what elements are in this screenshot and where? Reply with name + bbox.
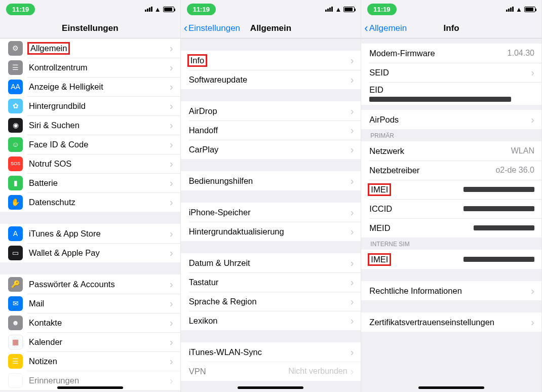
settings-list[interactable]: ⚙ Allgemein › ☰ Kontrollzentrum › AA Anz… xyxy=(0,38,180,392)
wallet-icon: ▭ xyxy=(8,246,23,260)
redacted-value xyxy=(463,257,534,262)
row-imei[interactable]: IMEI xyxy=(361,180,541,199)
redacted-value xyxy=(369,97,511,102)
chevron-right-icon: › xyxy=(170,337,173,347)
chevron-right-icon: › xyxy=(170,62,173,72)
chevron-right-icon: › xyxy=(170,159,173,169)
general-list[interactable]: Info › Softwareupdate › AirDrop › Handof… xyxy=(181,38,361,392)
text-size-icon: AA xyxy=(8,80,23,94)
chevron-right-icon: › xyxy=(170,43,173,53)
row-sos[interactable]: SOS Notruf SOS › xyxy=(0,154,180,173)
row-itunes-appstore[interactable]: A iTunes & App Store › xyxy=(0,224,180,243)
row-certificate-trust[interactable]: Zertifikatsvertrauenseinstellungen › xyxy=(361,312,541,332)
chevron-right-icon: › xyxy=(170,279,173,289)
page-title: Einstellungen xyxy=(62,23,118,33)
highlight-box: Allgemein xyxy=(27,42,70,55)
row-software-update[interactable]: Softwareupdate › xyxy=(181,70,361,89)
phone-screen-settings: 11:19 ▲ Einstellungen ⚙ Allgemein › ☰ Ko… xyxy=(0,0,181,392)
chevron-right-icon: › xyxy=(351,176,354,186)
navbar: Einstellungen xyxy=(0,18,180,38)
sos-icon: SOS xyxy=(8,156,23,171)
row-passwords[interactable]: 🔑 Passwörter & Accounts › xyxy=(0,275,180,294)
row-carrier[interactable]: Netzbetreiber o2-de 36.0 xyxy=(361,161,541,180)
battery-icon: ▮ xyxy=(8,176,23,190)
row-calendar[interactable]: ▦ Kalender › xyxy=(0,332,180,351)
highlight-box: Info xyxy=(187,54,208,67)
row-display[interactable]: AA Anzeige & Helligkeit › xyxy=(0,77,180,96)
row-faceid[interactable]: ☺ Face ID & Code › xyxy=(0,135,180,154)
chevron-right-icon: › xyxy=(170,82,173,92)
row-iphone-storage[interactable]: iPhone-Speicher › xyxy=(181,203,361,222)
status-time-pill[interactable]: 11:19 xyxy=(367,4,396,15)
row-imei-internal[interactable]: IMEI xyxy=(361,250,541,269)
contacts-icon: ☻ xyxy=(8,316,23,330)
row-privacy[interactable]: ✋ Datenschutz › xyxy=(0,192,180,212)
row-wallet[interactable]: ▭ Wallet & Apple Pay › xyxy=(0,243,180,262)
chevron-right-icon: › xyxy=(531,114,534,125)
chevron-right-icon: › xyxy=(351,207,354,217)
status-time-pill[interactable]: 11:19 xyxy=(187,4,216,15)
row-network[interactable]: Netzwerk WLAN xyxy=(361,141,541,161)
chevron-right-icon: › xyxy=(351,366,354,376)
home-indicator[interactable] xyxy=(57,386,123,389)
chevron-right-icon: › xyxy=(531,286,534,296)
status-bar: 11:19 ▲ xyxy=(181,0,361,18)
wifi-icon: ▲ xyxy=(335,6,341,13)
row-airdrop[interactable]: AirDrop › xyxy=(181,101,361,121)
row-handoff[interactable]: Handoff › xyxy=(181,121,361,140)
row-seid[interactable]: SEID › xyxy=(361,63,541,82)
navbar: ‹Einstellungen Allgemein xyxy=(181,18,361,38)
page-title: Allgemein xyxy=(250,23,291,33)
row-control-center[interactable]: ☰ Kontrollzentrum › xyxy=(0,58,180,77)
row-siri[interactable]: ◉ Siri & Suchen › xyxy=(0,115,180,135)
row-vpn[interactable]: VPN Nicht verbunden › xyxy=(181,362,361,381)
appstore-icon: A xyxy=(8,226,23,241)
chevron-left-icon: ‹ xyxy=(184,23,187,34)
sliders-icon: ☰ xyxy=(8,60,23,75)
status-bar: 11:19 ▲ xyxy=(0,0,180,18)
chevron-left-icon: ‹ xyxy=(364,23,368,34)
row-carplay[interactable]: CarPlay › xyxy=(181,140,361,159)
chevron-right-icon: › xyxy=(170,120,173,130)
info-list[interactable]: Modem-Firmware 1.04.30 SEID › EID AirPod… xyxy=(361,38,541,392)
back-button[interactable]: ‹Einstellungen xyxy=(184,23,240,34)
redacted-value xyxy=(474,225,534,230)
status-indicators: ▲ xyxy=(325,6,355,13)
row-eid[interactable]: EID xyxy=(361,82,541,105)
status-time-pill[interactable]: 11:19 xyxy=(6,4,35,15)
row-iccid[interactable]: ICCID xyxy=(361,199,541,218)
row-notes[interactable]: ☰ Notizen › xyxy=(0,351,180,371)
row-date-time[interactable]: Datum & Uhrzeit › xyxy=(181,253,361,272)
row-legal[interactable]: Rechtliche Informationen › xyxy=(361,281,541,300)
row-contacts[interactable]: ☻ Kontakte › xyxy=(0,313,180,332)
row-mail[interactable]: ✉ Mail › xyxy=(0,294,180,313)
home-indicator[interactable] xyxy=(238,386,303,389)
row-airpods[interactable]: AirPods › xyxy=(361,110,541,129)
row-accessibility[interactable]: Bedienungshilfen › xyxy=(181,171,361,190)
home-indicator[interactable] xyxy=(418,386,484,389)
row-keyboard[interactable]: Tastatur › xyxy=(181,272,361,292)
chevron-right-icon: › xyxy=(351,144,354,154)
status-indicators: ▲ xyxy=(506,6,535,13)
row-info[interactable]: Info › xyxy=(181,51,361,70)
highlight-box: IMEI xyxy=(368,253,391,266)
redacted-value xyxy=(463,206,534,211)
status-bar: 11:19 ▲ xyxy=(361,0,541,18)
back-button[interactable]: ‹Allgemein xyxy=(364,23,407,34)
row-general[interactable]: ⚙ Allgemein › xyxy=(0,38,180,58)
row-battery[interactable]: ▮ Batterie › xyxy=(0,173,180,192)
chevron-right-icon: › xyxy=(351,55,354,65)
chevron-right-icon: › xyxy=(351,226,354,237)
wifi-icon: ▲ xyxy=(154,6,161,13)
faceid-icon: ☺ xyxy=(8,137,23,152)
notes-icon: ☰ xyxy=(8,354,23,369)
cellular-icon xyxy=(506,7,514,12)
row-modem-firmware[interactable]: Modem-Firmware 1.04.30 xyxy=(361,44,541,63)
row-meid[interactable]: MEID xyxy=(361,218,541,238)
row-background-refresh[interactable]: Hintergrundaktualisierung › xyxy=(181,222,361,241)
section-header-internal-sim: INTERNE SIM xyxy=(361,238,541,250)
row-language-region[interactable]: Sprache & Region › xyxy=(181,292,361,311)
row-itunes-wlan-sync[interactable]: iTunes-WLAN-Sync › xyxy=(181,342,361,362)
row-wallpaper[interactable]: ✿ Hintergrundbild › xyxy=(0,96,180,115)
row-dictionary[interactable]: Lexikon › xyxy=(181,311,361,330)
